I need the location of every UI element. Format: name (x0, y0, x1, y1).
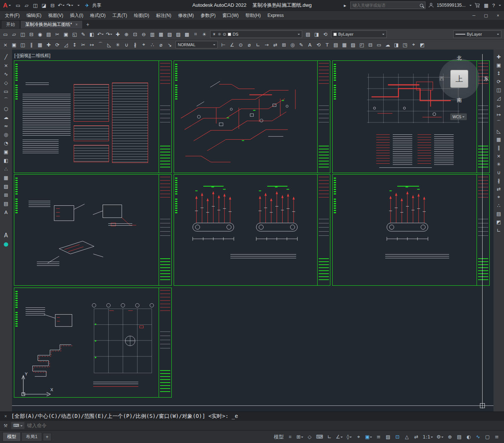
share-icon[interactable]: ✈ (83, 1, 91, 9)
measure-icon[interactable]: ⌖ (494, 193, 503, 201)
isolate-objects-button[interactable]: ◐ (464, 432, 473, 441)
share-button[interactable]: 共享 (92, 2, 101, 9)
cut-clip-icon[interactable]: ✂ (53, 30, 62, 38)
mirror-icon[interactable]: ◫ (494, 86, 503, 94)
circle-tool[interactable]: ○ (2, 104, 11, 113)
layer-states-icon[interactable]: ◨ (312, 30, 321, 38)
search-input[interactable] (353, 3, 418, 8)
menu-insert[interactable]: 插入(I) (67, 11, 86, 20)
wipeout-icon[interactable]: ▭ (375, 41, 383, 49)
command-input-icon[interactable]: ⌨ (11, 422, 24, 429)
array-icon[interactable]: ▦ (494, 135, 503, 143)
insert-block-tool[interactable]: ▣ (2, 148, 11, 156)
text-style-icon[interactable]: A (2, 231, 11, 240)
autoscale-toggle[interactable]: ⇄ (412, 432, 421, 441)
search-icon[interactable] (420, 4, 423, 7)
new-drawing-icon[interactable]: ▭ (1, 30, 10, 38)
rotate-icon[interactable]: ⟳ (494, 77, 503, 86)
properties-palette-icon[interactable]: ▥ (148, 30, 157, 38)
minimize-button[interactable]: ─ (468, 11, 480, 20)
graphics-performance-button[interactable]: ∿ (474, 432, 483, 441)
plot-icon[interactable]: ⊟ (48, 1, 57, 9)
rectangle-tool[interactable]: ▭ (2, 87, 11, 96)
dim-continue-icon[interactable]: → (262, 41, 271, 49)
insert-icon[interactable]: ◨ (392, 41, 401, 49)
publish-icon[interactable]: ▤ (44, 30, 53, 38)
dynamic-input-toggle[interactable]: ⌨ (315, 432, 325, 441)
open-drawing-icon[interactable]: ▱ (22, 1, 31, 9)
dim-radius-icon[interactable]: ⊙ (236, 41, 245, 49)
viewport-controls[interactable]: [-][俯视][二维线框] (14, 53, 50, 59)
sheet-set-manager-icon[interactable]: ▨ (174, 30, 183, 38)
table-icon[interactable]: ▤ (331, 41, 340, 49)
view-cube-top-face[interactable]: 上 (451, 70, 468, 87)
scale-icon[interactable]: ◿ (494, 94, 503, 102)
dim-baseline-icon[interactable]: ⇄ (271, 41, 280, 49)
plot-icon[interactable]: ⊟ (27, 30, 36, 38)
autodesk-apps-icon[interactable]: ▦ (483, 1, 490, 9)
text-icon[interactable]: T (323, 41, 331, 49)
explode-icon[interactable]: ✳ (494, 160, 503, 168)
menu-window[interactable]: 窗口(W) (219, 11, 242, 20)
polar-tracking-toggle[interactable]: ∠ (334, 432, 344, 441)
search-field[interactable] (350, 2, 425, 9)
menu-draw[interactable]: 绘图(D) (130, 11, 153, 20)
view-cube-east[interactable]: 东 (484, 75, 489, 82)
array-icon[interactable]: ▦ (36, 41, 44, 49)
layer-previous-icon[interactable]: ⟲ (321, 30, 330, 38)
diameter-icon[interactable]: ⌀ (157, 41, 165, 49)
annotation-scale-button[interactable]: 1:1 (421, 432, 434, 441)
extend-icon[interactable]: ↦ (88, 41, 96, 49)
dim-text-edit-icon[interactable]: A (306, 41, 314, 49)
undo-icon[interactable]: ↶ (57, 1, 65, 9)
menu-parametric[interactable]: 参数(P) (197, 11, 219, 20)
redo-icon[interactable]: ↷ (65, 1, 74, 9)
object-snap-tracking-toggle[interactable]: ⌖ (354, 432, 363, 441)
drawing-canvas[interactable]: [-][俯视][二维线框] (12, 50, 493, 411)
markup-set-manager-icon[interactable]: ▩ (183, 30, 191, 38)
copy-icon[interactable]: ▣ (494, 61, 503, 69)
dim-linear-icon[interactable]: ⊢ (219, 41, 228, 49)
tab-current-drawing[interactable]: 某制冷换热站施工图纸* × (20, 20, 83, 29)
object-snap-toggle[interactable]: ▣ (363, 432, 374, 441)
ellipse-tool[interactable]: ◎ (2, 130, 11, 139)
gradient-icon[interactable]: ▨ (349, 41, 357, 49)
revcloud-icon[interactable]: ☁ (383, 41, 392, 49)
stretch-icon[interactable]: ↕ (70, 41, 79, 49)
annotation-monitor-button[interactable]: ⊕ (445, 432, 454, 441)
snap-mode-toggle[interactable]: ⊞ (295, 432, 305, 441)
polygon-tool[interactable]: ◇ (2, 78, 11, 87)
color-control[interactable]: ByLayer (331, 30, 387, 38)
move-icon[interactable]: ✚ (494, 53, 503, 61)
arc-tool[interactable]: ⌒ (2, 96, 11, 104)
xref-icon[interactable]: ◳ (401, 41, 409, 49)
polyline-tool[interactable]: ∿ (2, 70, 11, 78)
ellipse-arc-tool[interactable]: ◔ (2, 139, 11, 148)
account-icon[interactable] (428, 2, 434, 8)
rotate-icon[interactable]: ⟳ (53, 41, 62, 49)
group-icon[interactable]: ◩ (494, 218, 503, 226)
create-block-tool[interactable]: ◧ (2, 156, 11, 165)
view-cube-west[interactable]: 西 (439, 75, 444, 82)
open-drawing-icon[interactable]: ▱ (10, 30, 18, 38)
pan-icon[interactable]: ✚ (114, 30, 122, 38)
linetype-dropdown-caret-icon[interactable] (497, 34, 499, 36)
trim-icon[interactable]: ✂ (494, 102, 503, 110)
mtext-tool[interactable]: A (2, 208, 11, 217)
divide-icon[interactable]: ∴ (494, 201, 503, 209)
account-name[interactable]: 1505999135... (437, 3, 466, 8)
spline-tool[interactable]: ≈ (2, 122, 11, 130)
menu-help[interactable]: 帮助(H) (242, 11, 264, 20)
break-icon[interactable]: ∦ (494, 176, 503, 185)
copy-clip-icon[interactable]: ▣ (62, 30, 70, 38)
command-input[interactable] (27, 423, 504, 428)
workspace-switcher-button[interactable]: ⚙ (435, 432, 445, 441)
hatch-tool[interactable]: ▦ (2, 173, 11, 182)
align-icon[interactable]: ⇄ (494, 185, 503, 193)
point-tool[interactable]: ∴ (2, 165, 11, 173)
osnap-settings-icon[interactable]: ⌖ (409, 41, 418, 49)
customization-menu-button[interactable]: ≡ (492, 432, 501, 441)
wcs-dropdown[interactable]: WCS (450, 113, 467, 120)
dim-diameter-icon[interactable]: ⌀ (245, 41, 254, 49)
help-button[interactable]: ? (492, 3, 495, 8)
